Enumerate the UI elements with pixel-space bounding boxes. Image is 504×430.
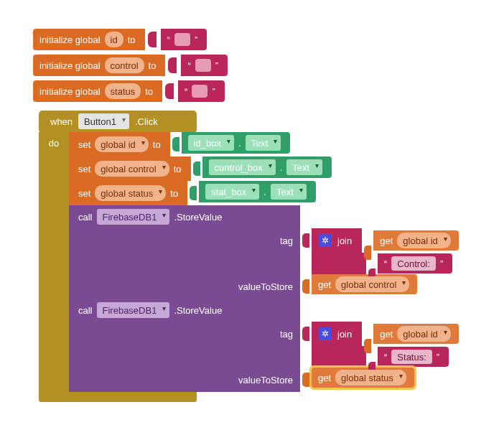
component-dropdown[interactable]: id_box — [188, 135, 234, 151]
param-tag-cell: tag — [69, 322, 300, 346]
join-label: join — [337, 235, 352, 246]
gear-icon[interactable]: ✲ — [319, 327, 332, 340]
var-dropdown[interactable]: global control — [95, 161, 169, 177]
close-quote: ” — [440, 258, 443, 269]
var-dropdown[interactable]: global id — [95, 136, 148, 152]
open-quote: “ — [187, 60, 190, 71]
method-label: .StoreValue — [174, 305, 222, 316]
string-value[interactable]: Control: — [391, 256, 436, 271]
gear-icon[interactable]: ✲ — [319, 234, 332, 247]
event-footer — [39, 392, 197, 402]
get-block[interactable]: get global control — [312, 274, 417, 294]
do-label: do — [49, 138, 59, 149]
param-value-cell: valueToStore — [69, 274, 300, 299]
component-dropdown[interactable]: stat_box — [205, 184, 259, 200]
var-dropdown[interactable]: global control — [335, 276, 409, 292]
string-literal-block[interactable]: “ ” — [178, 80, 225, 102]
string-literal-block[interactable]: “ Control: ” — [378, 253, 452, 274]
init-keyword: initialize global — [39, 60, 101, 71]
close-quote: ” — [215, 60, 218, 71]
var-dropdown[interactable]: global id — [397, 326, 450, 342]
string-input[interactable] — [192, 85, 207, 98]
open-quote: “ — [384, 258, 387, 269]
close-quote: ” — [437, 352, 439, 363]
close-quote: ” — [212, 86, 215, 97]
get-block-highlighted[interactable]: get global status — [312, 368, 414, 388]
property-dropdown[interactable]: Text — [271, 184, 307, 200]
dot: . — [263, 187, 266, 197]
string-literal-block[interactable]: “ ” — [161, 29, 207, 50]
call-block[interactable]: call FirebaseDB1 .StoreValue tag ✲ join — [69, 205, 459, 299]
event-block[interactable]: when Button1 .Click do set global id to … — [39, 111, 459, 402]
set-label: set — [78, 164, 90, 174]
var-dropdown[interactable]: global status — [335, 370, 406, 385]
join-block[interactable]: ✲ join — [312, 228, 362, 253]
init-keyword: initialize global — [39, 34, 101, 45]
join-block[interactable]: ✲ join — [312, 322, 362, 346]
init-global-row[interactable]: initialize global id to “ ” — [33, 29, 228, 50]
var-name-chip[interactable]: control — [105, 57, 144, 73]
to-label: to — [128, 34, 136, 45]
init-keyword: initialize global — [39, 86, 101, 97]
event-name-label: .Click — [135, 116, 158, 127]
join-label: join — [337, 329, 352, 340]
value-socket — [176, 132, 182, 156]
get-block[interactable]: get global id — [373, 324, 459, 344]
dot: . — [280, 162, 283, 173]
component-dropdown[interactable]: FirebaseDB1 — [97, 302, 170, 318]
get-label: get — [380, 235, 393, 246]
string-value[interactable]: Status: — [391, 350, 431, 364]
value-socket — [306, 368, 312, 392]
var-name-chip[interactable]: status — [105, 83, 141, 99]
property-dropdown[interactable]: Text — [246, 135, 281, 151]
blocks-canvas: initialize global id to “ ” initialize g… — [33, 29, 228, 102]
param-tag-label: tag — [280, 235, 293, 246]
when-label: when — [50, 116, 73, 127]
string-input[interactable] — [195, 59, 211, 72]
value-socket — [172, 55, 181, 76]
init-global-row[interactable]: initialize global control to “ ” — [33, 55, 228, 76]
component-dropdown[interactable]: FirebaseDB1 — [97, 209, 170, 225]
string-literal-block[interactable]: “ ” — [181, 55, 228, 76]
call-block[interactable]: call FirebaseDB1 .StoreValue tag ✲ join — [69, 299, 459, 392]
dot: . — [238, 138, 241, 149]
get-label: get — [380, 329, 393, 340]
set-label: set — [78, 188, 90, 199]
call-label: call — [78, 305, 93, 316]
to-label: to — [145, 86, 153, 97]
get-label: get — [318, 373, 331, 383]
param-value-label: valueToStore — [238, 375, 293, 385]
to-label: to — [170, 188, 178, 199]
component-getter[interactable]: stat_box . Text — [199, 181, 316, 202]
component-getter[interactable]: id_box . Text — [182, 132, 291, 154]
var-dropdown[interactable]: global status — [95, 185, 166, 201]
get-label: get — [318, 279, 331, 290]
value-socket — [306, 322, 312, 346]
component-dropdown[interactable]: control_box — [209, 159, 276, 175]
to-label: to — [149, 60, 157, 71]
close-quote: ” — [195, 34, 197, 45]
value-socket — [169, 80, 178, 102]
to-label: to — [174, 164, 182, 174]
method-label: .StoreValue — [174, 212, 222, 223]
open-quote: “ — [384, 352, 387, 363]
do-gutter: do — [39, 132, 69, 392]
component-dropdown[interactable]: Button1 — [78, 113, 129, 129]
value-socket — [152, 29, 161, 50]
param-tag-label: tag — [280, 329, 293, 340]
event-header[interactable]: when Button1 .Click — [39, 111, 197, 132]
call-label: call — [78, 212, 93, 223]
string-input[interactable] — [174, 33, 190, 46]
set-label: set — [78, 139, 90, 150]
open-quote: “ — [185, 86, 187, 97]
string-literal-block[interactable]: “ Status: ” — [378, 347, 449, 367]
component-getter[interactable]: control_box . Text — [202, 156, 332, 178]
var-dropdown[interactable]: global id — [397, 233, 450, 248]
init-global-row[interactable]: initialize global status to “ ” — [33, 80, 228, 102]
set-row[interactable]: set global id to id_box . Text — [69, 132, 459, 156]
set-row[interactable]: set global status to stat_box . Text — [69, 181, 459, 205]
property-dropdown[interactable]: Text — [286, 159, 322, 175]
set-row[interactable]: set global control to control_box . Text — [69, 156, 459, 181]
var-name-chip[interactable]: id — [105, 32, 123, 47]
get-block[interactable]: get global id — [373, 230, 459, 251]
